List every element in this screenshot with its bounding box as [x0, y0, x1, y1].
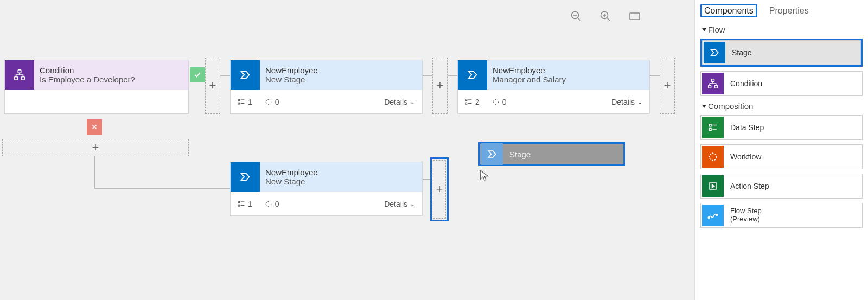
- plus-icon: +: [209, 79, 216, 93]
- drop-zone-after-b[interactable]: +: [660, 58, 675, 114]
- stage-icon: [231, 162, 260, 192]
- palette-item-flow-step[interactable]: Flow Step (Preview): [700, 203, 863, 228]
- stage-a-workflows: 0: [264, 98, 279, 106]
- stage-icon: [458, 60, 487, 90]
- stage-c-name: New Stage: [265, 177, 417, 186]
- svg-line-1: [578, 18, 580, 21]
- palette-item-label: Condition: [730, 79, 762, 88]
- drop-zone-after-condition-true[interactable]: +: [205, 58, 220, 114]
- stage-a-name: New Stage: [265, 75, 417, 84]
- side-panel: Components Properties Flow Stage Conditi…: [694, 0, 868, 300]
- cursor-icon: [480, 169, 489, 181]
- drop-zone-after-c-active[interactable]: +: [433, 160, 446, 219]
- svg-rect-17: [465, 103, 467, 104]
- condition-false-badge: [87, 119, 102, 135]
- condition-title: Condition: [40, 66, 183, 75]
- section-composition[interactable]: Composition: [703, 101, 863, 111]
- svg-point-36: [716, 214, 718, 216]
- flow-step-icon: [702, 205, 724, 226]
- palette-item-label: Flow Step (Preview): [730, 207, 762, 224]
- condition-icon: [5, 60, 34, 90]
- svg-rect-22: [238, 205, 240, 206]
- palette-item-condition[interactable]: Condition: [700, 71, 863, 96]
- plus-icon: +: [664, 79, 671, 93]
- chevron-down-icon: ⌄: [410, 98, 416, 106]
- drag-ghost-label: Stage: [509, 150, 531, 159]
- svg-rect-9: [15, 77, 17, 80]
- stage-icon: [231, 60, 260, 90]
- svg-point-35: [708, 217, 710, 219]
- chevron-down-icon: ⌄: [637, 98, 643, 106]
- svg-rect-26: [712, 79, 714, 82]
- svg-rect-21: [238, 201, 240, 202]
- svg-rect-10: [22, 77, 24, 80]
- stage-node-b[interactable]: NewEmployee Manager and Salary 2 0 Detai…: [457, 60, 650, 114]
- palette-item-data-step[interactable]: Data Step: [700, 115, 863, 140]
- tab-components[interactable]: Components: [702, 5, 756, 16]
- fit-screen-icon[interactable]: [628, 10, 641, 23]
- palette-item-stage[interactable]: Stage: [702, 40, 861, 65]
- palette-item-label: Stage: [732, 48, 752, 57]
- stage-b-details-toggle[interactable]: Details ⌄: [611, 98, 643, 106]
- condition-subtitle: Is Employee a Developer?: [40, 75, 183, 84]
- plus-icon: +: [436, 182, 443, 196]
- plus-icon: +: [92, 141, 99, 155]
- stage-node-c[interactable]: NewEmployee New Stage 1 0 Details ⌄: [230, 162, 423, 216]
- stage-b-name: Manager and Salary: [493, 75, 644, 84]
- stage-icon: [704, 42, 725, 63]
- stage-b-steps: 2: [464, 98, 480, 106]
- stage-a-steps: 1: [237, 98, 252, 106]
- stage-b-entity: NewEmployee: [493, 66, 644, 75]
- stage-icon: [481, 143, 503, 165]
- condition-true-badge: [190, 67, 205, 82]
- svg-rect-12: [238, 103, 240, 104]
- svg-point-33: [709, 153, 716, 160]
- canvas-toolbar: [570, 10, 641, 23]
- svg-rect-27: [709, 85, 711, 88]
- svg-point-25: [266, 201, 271, 206]
- palette-item-label: Action Step: [730, 182, 769, 190]
- stage-b-workflows: 0: [492, 98, 507, 106]
- stage-a-entity: NewEmployee: [265, 66, 417, 75]
- svg-rect-29: [709, 124, 711, 126]
- stage-c-details-toggle[interactable]: Details ⌄: [384, 200, 416, 208]
- drag-ghost-stage: Stage: [478, 142, 625, 166]
- data-step-icon: [702, 117, 724, 138]
- palette-item-label: Workflow: [730, 152, 761, 161]
- section-flow[interactable]: Flow: [703, 25, 863, 34]
- stage-node-a[interactable]: NewEmployee New Stage 1 0 Details ⌄: [230, 60, 423, 114]
- zoom-in-icon[interactable]: [599, 10, 612, 23]
- svg-line-4: [607, 18, 610, 21]
- svg-point-20: [493, 99, 498, 104]
- stage-c-entity: NewEmployee: [265, 168, 417, 177]
- chevron-down-icon: ⌄: [410, 200, 416, 208]
- zoom-out-icon[interactable]: [570, 10, 583, 23]
- svg-rect-28: [714, 85, 717, 88]
- palette-item-workflow[interactable]: Workflow: [700, 144, 863, 169]
- svg-rect-16: [465, 99, 467, 100]
- stage-a-details-toggle[interactable]: Details ⌄: [384, 98, 416, 106]
- svg-rect-8: [18, 70, 21, 73]
- palette-item-label: Data Step: [730, 123, 764, 132]
- drop-zone-condition-false[interactable]: +: [2, 139, 189, 156]
- drop-zone-between-ab[interactable]: +: [432, 58, 448, 114]
- plus-icon: +: [437, 79, 444, 93]
- svg-rect-30: [709, 129, 711, 131]
- stage-c-steps: 1: [237, 200, 252, 208]
- condition-node[interactable]: Condition Is Employee a Developer?: [4, 60, 189, 114]
- svg-rect-11: [238, 99, 240, 100]
- workflow-icon: [702, 146, 724, 168]
- palette-item-action-step[interactable]: Action Step: [700, 174, 863, 199]
- stage-c-workflows: 0: [264, 200, 279, 208]
- action-step-icon: [702, 175, 724, 197]
- tab-properties[interactable]: Properties: [767, 5, 811, 17]
- svg-point-15: [266, 99, 271, 104]
- condition-icon: [702, 73, 724, 94]
- svg-rect-7: [630, 13, 640, 20]
